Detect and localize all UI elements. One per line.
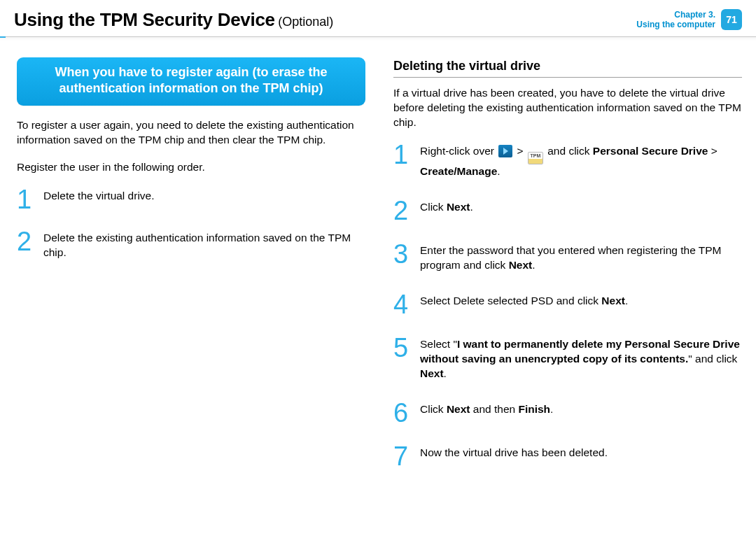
text-fragment: > <box>514 145 526 157</box>
right-step-3: 3 Enter the password that you entered wh… <box>393 242 742 273</box>
text-fragment: " and click <box>688 353 737 365</box>
step-number: 1 <box>393 143 410 179</box>
callout-box: When you have to register again (to eras… <box>17 57 365 106</box>
left-column: When you have to register again (to eras… <box>17 57 365 488</box>
right-intro: If a virtual drive has been created, you… <box>393 86 742 130</box>
text-fragment: . <box>470 201 473 213</box>
right-step-4: 4 Select Delete selected PSD and click N… <box>393 292 742 316</box>
text-fragment: Enter the password that you entered when… <box>420 244 722 271</box>
page-number-badge: 71 <box>721 9 742 30</box>
content-columns: When you have to register again (to eras… <box>0 36 756 502</box>
page-title: Using the TPM Security Device (Optional) <box>14 9 333 31</box>
bold-text: Create/Manage <box>420 165 497 177</box>
text-fragment: . <box>532 259 535 271</box>
right-step-2: 2 Click Next. <box>393 199 742 223</box>
section-heading: Deleting the virtual drive <box>393 57 742 78</box>
step-text: Delete the existing authentication infor… <box>43 230 365 260</box>
step-text: Select "I want to permanently delete my … <box>420 336 742 381</box>
chapter-label: Chapter 3. Using the computer <box>636 10 715 30</box>
step-number: 5 <box>393 336 410 381</box>
step-number: 1 <box>17 188 34 211</box>
step-text: Enter the password that you entered when… <box>420 242 742 273</box>
header-divider <box>0 36 756 41</box>
text-fragment: Now the virtual drive has been deleted. <box>420 446 608 458</box>
step-number: 6 <box>393 401 410 425</box>
step-number: 3 <box>393 242 410 273</box>
bold-text: Next <box>509 259 533 271</box>
right-steps: 1 Right-click over > TPM and click Perso… <box>393 143 742 468</box>
text-fragment: and click <box>545 145 593 157</box>
step-text: Right-click over > TPM and click Persona… <box>420 143 742 179</box>
right-column: Deleting the virtual drive If a virtual … <box>393 57 742 488</box>
title-subtitle: (Optional) <box>278 15 333 29</box>
right-step-7: 7 Now the virtual drive has been deleted… <box>393 444 742 468</box>
text-fragment: > <box>708 145 717 157</box>
chapter-line-1: Chapter 3. <box>636 10 715 20</box>
bold-text: Next <box>601 295 625 306</box>
text-fragment: . <box>550 403 553 415</box>
right-step-5: 5 Select "I want to permanently delete m… <box>393 336 742 381</box>
media-play-icon <box>498 145 512 157</box>
step-text: Delete the virtual drive. <box>43 188 365 211</box>
step-number: 4 <box>393 292 410 316</box>
title-main: Using the TPM Security Device <box>14 9 275 30</box>
tpm-icon: TPM <box>528 152 543 164</box>
text-fragment: Right-click over <box>420 145 497 157</box>
header-meta: Chapter 3. Using the computer 71 <box>636 9 742 30</box>
step-number: 2 <box>17 230 34 260</box>
text-fragment: Click <box>420 403 447 415</box>
bold-text: Next <box>447 201 470 213</box>
bold-text: Finish <box>518 403 550 415</box>
bold-text: Personal Secure Drive <box>593 145 708 157</box>
bold-text: Next <box>420 367 444 379</box>
left-paragraph-2: Register the user in the following order… <box>17 160 365 175</box>
text-fragment: and then <box>470 403 519 415</box>
left-step-2: 2 Delete the existing authentication inf… <box>17 230 365 260</box>
page-header: Using the TPM Security Device (Optional)… <box>0 0 756 36</box>
step-number: 2 <box>393 199 410 223</box>
text-fragment: . <box>625 295 628 306</box>
step-text: Click Next and then Finish. <box>420 401 742 425</box>
text-fragment: . <box>497 165 500 177</box>
text-fragment: Select " <box>420 338 457 350</box>
text-fragment: Select Delete selected PSD and click <box>420 295 601 306</box>
step-text: Click Next. <box>420 199 742 223</box>
right-step-1: 1 Right-click over > TPM and click Perso… <box>393 143 742 179</box>
bold-text: Next <box>447 403 470 415</box>
right-step-6: 6 Click Next and then Finish. <box>393 401 742 425</box>
step-text: Now the virtual drive has been deleted. <box>420 444 742 468</box>
text-fragment: Click <box>420 201 447 213</box>
step-text: Select Delete selected PSD and click Nex… <box>420 292 742 316</box>
left-step-1: 1 Delete the virtual drive. <box>17 188 365 211</box>
step-number: 7 <box>393 444 410 468</box>
text-fragment: . <box>444 367 447 379</box>
left-paragraph-1: To register a user again, you need to de… <box>17 118 365 148</box>
chapter-line-2: Using the computer <box>636 20 715 29</box>
header-accent-tick <box>0 36 6 38</box>
